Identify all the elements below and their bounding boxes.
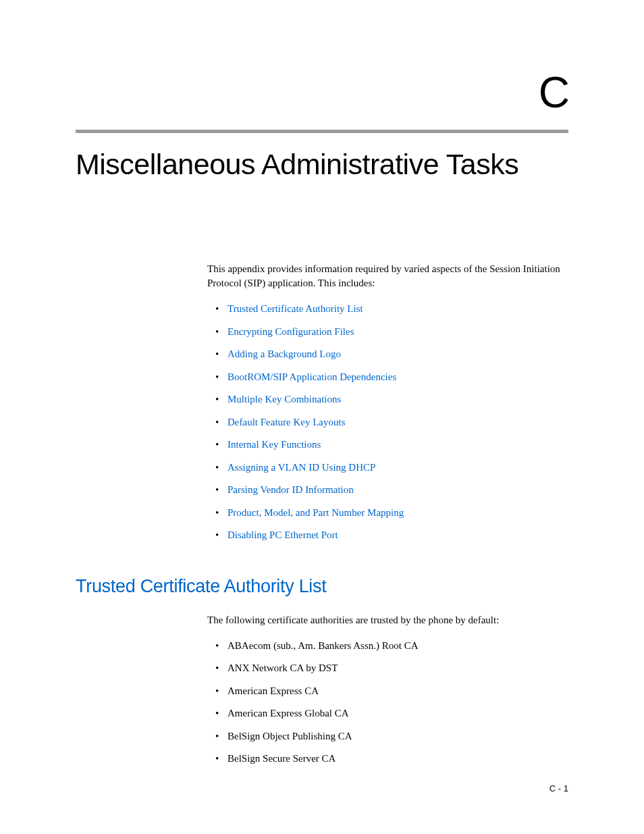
intro-paragraph: This appendix provides information requi… [207, 262, 568, 290]
toc-item: Internal Key Functions [215, 438, 568, 452]
toc-item: Assigning a VLAN ID Using DHCP [215, 461, 568, 475]
toc-link[interactable]: Multiple Key Combinations [227, 394, 341, 405]
toc-link[interactable]: Product, Model, and Part Number Mapping [227, 507, 404, 518]
horizontal-rule [76, 130, 568, 133]
toc-link[interactable]: Adding a Background Logo [227, 348, 341, 359]
section-heading: Trusted Certificate Authority List [76, 576, 568, 597]
toc-item: Default Feature Key Layouts [215, 416, 568, 429]
toc-item: BootROM/SIP Application Dependencies [215, 371, 568, 384]
body-content: This appendix provides information requi… [207, 262, 568, 542]
toc-link[interactable]: Parsing Vendor ID Information [227, 484, 354, 495]
toc-item: Parsing Vendor ID Information [215, 484, 568, 497]
chapter-letter: C [76, 68, 568, 118]
toc-link[interactable]: Default Feature Key Layouts [227, 417, 346, 427]
table-of-contents: Trusted Certificate Authority List Encry… [215, 303, 568, 542]
toc-link[interactable]: Internal Key Functions [227, 439, 321, 450]
toc-item: Adding a Background Logo [215, 348, 568, 361]
section-body: The following certificate authorities ar… [207, 613, 568, 766]
page: C Miscellaneous Administrative Tasks Thi… [0, 0, 644, 834]
toc-item: Product, Model, and Part Number Mapping [215, 506, 568, 520]
ca-item: ANX Network CA by DST [215, 662, 568, 675]
ca-item: BelSign Object Publishing CA [215, 730, 568, 744]
toc-item: Trusted Certificate Authority List [215, 303, 568, 316]
toc-link[interactable]: Encrypting Configuration Files [227, 326, 354, 337]
toc-link[interactable]: Trusted Certificate Authority List [227, 303, 363, 314]
toc-link[interactable]: Assigning a VLAN ID Using DHCP [227, 462, 375, 473]
toc-item: Encrypting Configuration Files [215, 325, 568, 339]
ca-list: ABAecom (sub., Am. Bankers Assn.) Root C… [215, 640, 568, 766]
ca-item: ABAecom (sub., Am. Bankers Assn.) Root C… [215, 640, 568, 653]
section-intro: The following certificate authorities ar… [207, 613, 568, 627]
chapter-title: Miscellaneous Administrative Tasks [76, 148, 568, 181]
toc-item: Multiple Key Combinations [215, 393, 568, 407]
toc-item: Disabling PC Ethernet Port [215, 529, 568, 542]
toc-link[interactable]: Disabling PC Ethernet Port [227, 529, 338, 540]
page-number: C - 1 [549, 783, 568, 793]
toc-link[interactable]: BootROM/SIP Application Dependencies [227, 371, 396, 382]
ca-item: American Express Global CA [215, 707, 568, 721]
ca-item: American Express CA [215, 685, 568, 698]
ca-item: BelSign Secure Server CA [215, 752, 568, 766]
